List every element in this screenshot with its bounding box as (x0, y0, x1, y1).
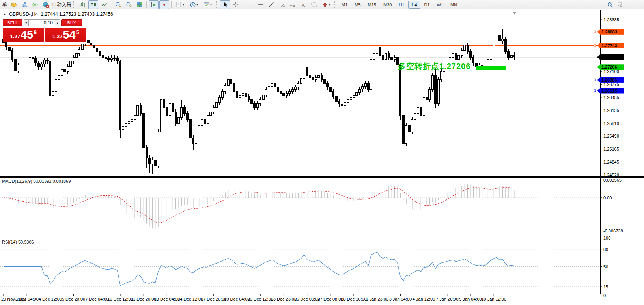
svg-text:1 Jan 23:00: 1 Jan 23:00 (366, 297, 388, 301)
svg-text:7 Jan 20:00: 7 Jan 20:00 (436, 297, 459, 301)
trendline-icon[interactable] (266, 0, 276, 9)
svg-text:13 Dec 04:00: 13 Dec 04:00 (154, 297, 180, 301)
symbol-period-label: GBPUSD-,H4 (9, 11, 38, 17)
auto-scroll-icon[interactable] (149, 0, 159, 9)
svg-text:A: A (301, 2, 305, 7)
timeframe-m30-button[interactable]: M30 (380, 1, 395, 9)
mql-community-icon[interactable] (19, 0, 29, 9)
timeframe-d1-button[interactable]: D1 (421, 1, 433, 9)
price-badge: 1.26615 (597, 88, 624, 94)
price-badge: 1.28083 (597, 29, 624, 35)
vertical-line-icon[interactable] (245, 0, 255, 9)
buy-price-prefix: 1.27 (52, 33, 62, 39)
svg-text:11 Dec 20:00: 11 Dec 20:00 (131, 297, 157, 301)
buy-button[interactable]: BUY (61, 19, 82, 26)
toolbar-separator (146, 1, 147, 8)
svg-text:1.28385: 1.28385 (603, 17, 619, 22)
new-order-label: 单 (1, 1, 8, 8)
toolbar-separator (171, 1, 172, 8)
equidistant-channel-icon[interactable]: E (277, 0, 287, 9)
candlesticks (3, 27, 515, 175)
chart-shift-icon[interactable] (159, 0, 169, 9)
price-badge: 1.27456 (597, 54, 624, 60)
svg-text:3 Jan 04:00: 3 Jan 04:00 (389, 297, 412, 301)
macd-axis[interactable]: 0.0035650.00-0.006738 (600, 178, 623, 233)
horizontal-line-icon[interactable] (256, 0, 265, 9)
svg-text:T: T (313, 3, 315, 7)
time-axis[interactable]: 29 Nov 20183 Dec 04:004 Dec 12:005 Dec 2… (1, 294, 506, 301)
svg-text:23 Dec 23:00: 23 Dec 23:00 (271, 297, 297, 301)
volume-decrease-button[interactable]: ▼ (24, 19, 29, 26)
toolbar-grip (334, 1, 336, 8)
timeframe-h1-button[interactable]: H1 (396, 1, 407, 9)
arrows-icon[interactable]: ▾ (319, 0, 332, 9)
price-axis[interactable]: 1.283851.280601.277401.274201.271001.267… (600, 17, 619, 177)
timeframe-m5-button[interactable]: M5 (351, 1, 364, 9)
signals-icon[interactable] (30, 0, 40, 9)
text-icon[interactable]: A (298, 0, 308, 9)
zoom-out-icon[interactable] (124, 0, 134, 9)
terminal-window: 单自动交易▾▾▾EFAT▾M1M5M15M30H1H4D1W1MN 1.2838… (0, 0, 644, 305)
market-watch-icon[interactable] (9, 0, 19, 9)
svg-text:4 Jan 12:00: 4 Jan 12:00 (413, 297, 435, 301)
autotrade-label: 自动交易 (51, 1, 72, 8)
timeframe-m15-button[interactable]: M15 (365, 1, 379, 9)
zoom-in-icon[interactable] (113, 0, 123, 9)
volume-input[interactable] (29, 19, 55, 26)
timeframe-m1-button[interactable]: M1 (338, 1, 351, 9)
buy-price-point: 5 (76, 29, 79, 35)
price-badge: 1.27743 (597, 43, 624, 48)
svg-text:5 Dec 20:00: 5 Dec 20:00 (62, 297, 85, 301)
svg-text:10 Jan 12:00: 10 Jan 12:00 (481, 297, 506, 301)
svg-text:1.27206: 1.27206 (601, 65, 617, 69)
svg-text:7 Dec 04:00: 7 Dec 04:00 (85, 297, 108, 301)
line-chart-icon[interactable] (99, 0, 109, 9)
timeframe-w1-button[interactable]: W1 (434, 1, 447, 9)
pivot-highlight-rectangle[interactable] (476, 66, 506, 70)
timeframe-mn-button[interactable]: MN (447, 1, 460, 9)
autotrade-icon[interactable] (41, 0, 50, 9)
cursor-icon[interactable] (220, 0, 230, 9)
svg-text:1.26886: 1.26886 (601, 78, 617, 82)
search-icon[interactable] (605, 0, 615, 9)
collapse-panel-icon[interactable]: ▲ (3, 13, 6, 16)
svg-text:19 Dec 04:00: 19 Dec 04:00 (224, 297, 250, 301)
macd-histogram (4, 184, 514, 229)
chart-title: ▲ GBPUSD-,H4 1.27444 1.27523 1.27403 1.2… (3, 11, 113, 17)
bar-chart-icon[interactable] (78, 0, 88, 9)
chart-shift-marker[interactable] (513, 12, 517, 15)
svg-text:1.25810: 1.25810 (603, 121, 619, 126)
rsi-axis[interactable]: 1008050150 (600, 236, 610, 298)
sell-price-prefix: 1.27 (10, 33, 20, 39)
svg-text:0.003565: 0.003565 (603, 178, 622, 182)
toolbar-separator (243, 1, 243, 8)
buy-price-main: 54 (63, 30, 75, 40)
fibonacci-icon[interactable]: F (287, 0, 297, 9)
svg-text:80: 80 (603, 247, 608, 252)
hline-handles[interactable] (594, 31, 596, 92)
tile-windows-icon[interactable] (134, 0, 144, 9)
templates-icon[interactable]: ▾ (201, 0, 214, 9)
svg-text:1.26615: 1.26615 (601, 89, 617, 93)
periods-icon[interactable]: ▾ (187, 0, 200, 9)
sell-price-box[interactable]: 1.27 45 6 (3, 28, 44, 42)
svg-text:17 Dec 20:00: 17 Dec 20:00 (201, 297, 226, 301)
add-indicator-icon[interactable]: ▾ (174, 0, 187, 9)
timeframe-h4-button[interactable]: H4 (408, 1, 420, 9)
svg-text:50: 50 (603, 264, 608, 269)
crosshair-icon[interactable] (231, 0, 241, 9)
chat-icon[interactable] (616, 0, 625, 9)
chart-window[interactable]: 1.283851.280601.277401.274201.271001.267… (0, 9, 644, 305)
ohlc-values: 1.27444 1.27523 1.27403 1.27456 (41, 11, 113, 17)
chart-canvas[interactable]: 1.283851.280601.277401.274201.271001.267… (0, 9, 644, 305)
svg-text:-0.006738: -0.006738 (603, 229, 623, 233)
rsi-line (4, 252, 514, 286)
candlestick-icon[interactable] (88, 0, 98, 9)
buy-price-box[interactable]: 1.27 54 5 (45, 28, 87, 42)
macd-indicator-label: MACD(12,26,9) 0.001392 0.001869 (2, 179, 71, 184)
macd-signal-line (4, 188, 514, 223)
svg-text:1.25490: 1.25490 (603, 134, 619, 138)
text-label-icon[interactable]: T (309, 0, 319, 9)
volume-increase-button[interactable]: ▲ (55, 19, 60, 26)
sell-button[interactable]: SELL (3, 19, 22, 26)
